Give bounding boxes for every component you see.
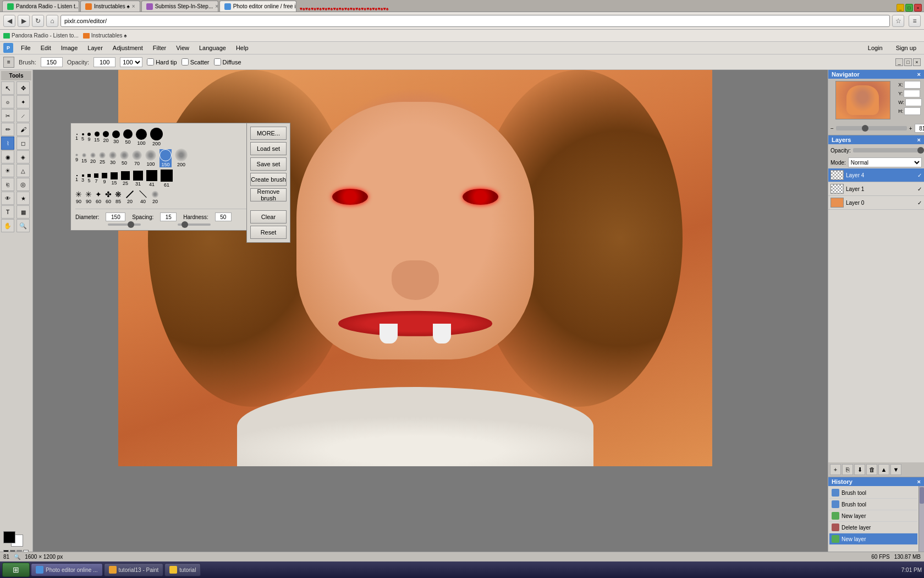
history-brush-tool-1[interactable]: Brush tool bbox=[829, 487, 917, 499]
tab-instructables[interactable]: Instructables ♠ × bbox=[80, 1, 140, 12]
menu-filter[interactable]: Filter bbox=[148, 43, 170, 52]
bs-15[interactable]: 15 bbox=[94, 132, 100, 143]
settings-icon[interactable]: ≡ bbox=[909, 15, 921, 27]
start-button[interactable]: ⊞ bbox=[2, 563, 30, 577]
tab-close-instructables[interactable]: × bbox=[132, 3, 135, 9]
hard-tip-check[interactable]: Hard tip bbox=[147, 58, 177, 66]
tool-straighten[interactable]: ⟋ bbox=[16, 109, 30, 122]
tool-sharpen[interactable]: ◈ bbox=[16, 150, 30, 163]
tool-pencil[interactable]: ✏ bbox=[1, 123, 14, 136]
layer-eye-0[interactable]: ✓ bbox=[917, 200, 922, 206]
bs2-9[interactable]: 9 bbox=[75, 154, 78, 162]
bs-50[interactable]: 50 bbox=[123, 129, 133, 145]
back-button[interactable]: ◀ bbox=[3, 15, 15, 27]
menu-signup[interactable]: Sign up bbox=[892, 43, 921, 52]
bs-1[interactable]: 1 bbox=[75, 134, 78, 141]
tool-active-brush[interactable]: ⌇ bbox=[1, 137, 14, 150]
tool-heal[interactable]: ◎ bbox=[16, 178, 30, 191]
menu-edit[interactable]: Edit bbox=[36, 43, 56, 52]
diameter-input[interactable] bbox=[106, 212, 125, 221]
tool-eraser[interactable]: ◻ bbox=[16, 137, 30, 150]
bs2-200[interactable]: 200 bbox=[175, 149, 188, 167]
history-scroll-thumb[interactable] bbox=[920, 487, 924, 504]
tool-burn[interactable]: △ bbox=[16, 164, 30, 177]
history-brush-tool-2[interactable]: Brush tool bbox=[829, 499, 917, 510]
tab-pixlr[interactable]: Photo editor online / free in... × bbox=[219, 1, 296, 12]
forward-button[interactable]: ▶ bbox=[18, 15, 30, 27]
layer-row-1[interactable]: Layer 1 ✓ bbox=[828, 182, 924, 196]
remove-brush-button[interactable]: Remove brush bbox=[250, 188, 287, 201]
address-bar[interactable] bbox=[61, 15, 890, 27]
menu-help[interactable]: Help bbox=[232, 43, 253, 52]
new-layer-button[interactable]: + bbox=[830, 464, 841, 475]
bs-30[interactable]: 30 bbox=[112, 130, 120, 144]
nav-zoom-slider[interactable] bbox=[836, 126, 907, 130]
tool-hand[interactable]: ✋ bbox=[1, 219, 14, 232]
bs2-50[interactable]: 50 bbox=[120, 151, 129, 166]
foreground-color[interactable] bbox=[3, 531, 15, 543]
spacing-input[interactable] bbox=[160, 212, 177, 221]
more-button[interactable]: MORE... bbox=[250, 127, 287, 140]
bs2-70[interactable]: 70 bbox=[132, 150, 142, 166]
nav-zoom-input[interactable] bbox=[915, 124, 924, 133]
tool-zoom[interactable]: 🔍 bbox=[16, 219, 30, 232]
layer-eye-1[interactable]: ✓ bbox=[917, 186, 922, 192]
bs-5[interactable]: 5 bbox=[81, 133, 84, 141]
nav-h-input[interactable] bbox=[904, 107, 921, 115]
sq-5[interactable]: 5 bbox=[87, 174, 91, 183]
opacity-input[interactable] bbox=[94, 57, 116, 67]
close-button[interactable]: × bbox=[914, 4, 922, 12]
tool-redeye[interactable]: 👁 bbox=[1, 192, 14, 205]
sq-41[interactable]: 41 bbox=[146, 170, 157, 187]
delete-layer-button[interactable]: 🗑 bbox=[866, 464, 877, 475]
sq-1[interactable]: 1 bbox=[75, 175, 78, 182]
history-delete-layer[interactable]: Delete layer bbox=[829, 522, 917, 533]
bs2-150-selected[interactable]: 150 bbox=[160, 149, 172, 167]
menu-language[interactable]: Language bbox=[195, 43, 230, 52]
spacing-slider[interactable] bbox=[178, 223, 211, 226]
sp-flower[interactable]: ❋ 85 bbox=[115, 190, 122, 204]
sp-star1[interactable]: ✳ 90 bbox=[75, 190, 82, 204]
bookmark-instructables[interactable]: Instructables ♠ bbox=[83, 32, 127, 39]
sq-9[interactable]: 9 bbox=[102, 173, 107, 184]
hardness-input[interactable] bbox=[215, 212, 232, 221]
sq-15[interactable]: 15 bbox=[111, 172, 118, 186]
load-set-button[interactable]: Load set bbox=[250, 142, 287, 155]
bs2-15[interactable]: 15 bbox=[81, 153, 87, 163]
duplicate-layer-button[interactable]: ⎘ bbox=[842, 464, 853, 475]
blend-mode-select[interactable]: Normal bbox=[848, 157, 922, 167]
tool-selection[interactable]: ↖ bbox=[1, 81, 14, 95]
diameter-slider[interactable] bbox=[108, 223, 141, 226]
layer-down-button[interactable]: ▼ bbox=[890, 464, 901, 475]
bookmark-pandora[interactable]: Pandora Radio - Listen to... bbox=[3, 32, 79, 39]
sp-star3[interactable]: ✦ 60 bbox=[95, 190, 102, 204]
tool-dodge[interactable]: ☀ bbox=[1, 164, 14, 177]
app-maximize[interactable]: □ bbox=[904, 58, 912, 66]
refresh-button[interactable]: ↻ bbox=[32, 15, 44, 27]
sp-line1[interactable]: 20 bbox=[125, 190, 135, 204]
tool-brush[interactable]: 🖌 bbox=[16, 123, 30, 136]
opacity-select[interactable]: 100 bbox=[120, 57, 142, 67]
menu-adjustment[interactable]: Adjustment bbox=[108, 43, 147, 52]
brush-size-input[interactable] bbox=[41, 57, 63, 67]
tool-gradient[interactable]: ▦ bbox=[16, 205, 30, 219]
tab-submiss[interactable]: Submiss Step-In-Step... × bbox=[141, 1, 218, 12]
sq-61[interactable]: 61 bbox=[161, 170, 173, 188]
diffuse-check[interactable]: Diffuse bbox=[214, 58, 241, 66]
navigator-close[interactable]: × bbox=[917, 71, 921, 78]
layer-row-0[interactable]: Layer 0 ✓ bbox=[828, 196, 924, 210]
tool-clone[interactable]: ⎗ bbox=[1, 178, 14, 191]
app-minimize[interactable]: _ bbox=[895, 58, 903, 66]
nav-x-input[interactable] bbox=[904, 81, 921, 89]
bs-100[interactable]: 100 bbox=[136, 129, 147, 146]
toolbar-menu-icon[interactable]: ≡ bbox=[3, 57, 14, 68]
tab-close-submiss[interactable]: × bbox=[215, 3, 218, 9]
menu-view[interactable]: View bbox=[172, 43, 194, 52]
sq-31[interactable]: 31 bbox=[133, 171, 143, 187]
taskbar-browser[interactable]: Photo editor online ... bbox=[31, 563, 103, 576]
taskbar-paint[interactable]: tutorial13 - Paint bbox=[104, 563, 164, 576]
history-close[interactable]: × bbox=[917, 478, 921, 485]
canvas-area[interactable]: 1 5 9 15 bbox=[33, 70, 828, 565]
bs-9[interactable]: 9 bbox=[87, 133, 91, 142]
bs2-100[interactable]: 100 bbox=[145, 150, 156, 167]
